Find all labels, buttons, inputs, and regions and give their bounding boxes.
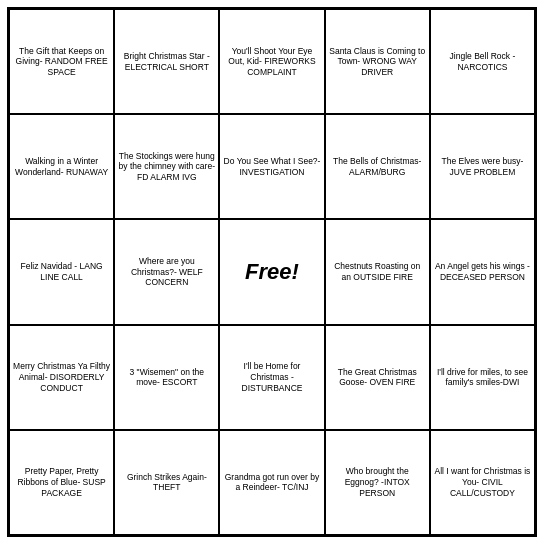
bingo-cell-4-2[interactable]: Grandma got run over by a Reindeer- TC/I…: [219, 430, 324, 535]
bingo-cell-3-2[interactable]: I'll be Home for Christmas - DISTURBANCE: [219, 325, 324, 430]
bingo-row-0: The Gift that Keeps on Giving- RANDOM FR…: [9, 9, 535, 114]
bingo-cell-4-3[interactable]: Who brought the Eggnog? -INTOX PERSON: [325, 430, 430, 535]
bingo-row-2: Feliz Navidad - LANG LINE CALLWhere are …: [9, 219, 535, 324]
bingo-cell-0-0[interactable]: The Gift that Keeps on Giving- RANDOM FR…: [9, 9, 114, 114]
bingo-cell-1-0[interactable]: Walking in a Winter Wonderland- RUNAWAY: [9, 114, 114, 219]
bingo-cell-2-4[interactable]: An Angel gets his wings - DECEASED PERSO…: [430, 219, 535, 324]
bingo-cell-2-1[interactable]: Where are you Christmas?- WELF CONCERN: [114, 219, 219, 324]
bingo-cell-4-1[interactable]: Grinch Strikes Again- THEFT: [114, 430, 219, 535]
bingo-cell-4-4[interactable]: All I want for Christmas is You- CIVIL C…: [430, 430, 535, 535]
bingo-cell-3-3[interactable]: The Great Christmas Goose- OVEN FIRE: [325, 325, 430, 430]
bingo-cell-2-2[interactable]: Free!: [219, 219, 324, 324]
bingo-cell-0-1[interactable]: Bright Christmas Star - ELECTRICAL SHORT: [114, 9, 219, 114]
bingo-card: The Gift that Keeps on Giving- RANDOM FR…: [7, 7, 537, 537]
bingo-row-4: Pretty Paper, Pretty Ribbons of Blue- SU…: [9, 430, 535, 535]
bingo-row-3: Merry Christmas Ya Filthy Animal- DISORD…: [9, 325, 535, 430]
bingo-cell-3-0[interactable]: Merry Christmas Ya Filthy Animal- DISORD…: [9, 325, 114, 430]
bingo-cell-1-1[interactable]: The Stockings were hung by the chimney w…: [114, 114, 219, 219]
bingo-cell-3-4[interactable]: I'll drive for miles, to see family's sm…: [430, 325, 535, 430]
bingo-cell-0-4[interactable]: Jingle Bell Rock - NARCOTICS: [430, 9, 535, 114]
bingo-cell-0-3[interactable]: Santa Claus is Coming to Town- WRONG WAY…: [325, 9, 430, 114]
bingo-row-1: Walking in a Winter Wonderland- RUNAWAYT…: [9, 114, 535, 219]
bingo-cell-0-2[interactable]: You'll Shoot Your Eye Out, Kid- FIREWORK…: [219, 9, 324, 114]
bingo-cell-1-3[interactable]: The Bells of Christmas- ALARM/BURG: [325, 114, 430, 219]
bingo-cell-4-0[interactable]: Pretty Paper, Pretty Ribbons of Blue- SU…: [9, 430, 114, 535]
bingo-cell-2-3[interactable]: Chestnuts Roasting on an OUTSIDE FIRE: [325, 219, 430, 324]
bingo-cell-1-2[interactable]: Do You See What I See?- INVESTIGATION: [219, 114, 324, 219]
bingo-cell-2-0[interactable]: Feliz Navidad - LANG LINE CALL: [9, 219, 114, 324]
bingo-cell-3-1[interactable]: 3 "Wisemen" on the move- ESCORT: [114, 325, 219, 430]
bingo-cell-1-4[interactable]: The Elves were busy- JUVE PROBLEM: [430, 114, 535, 219]
